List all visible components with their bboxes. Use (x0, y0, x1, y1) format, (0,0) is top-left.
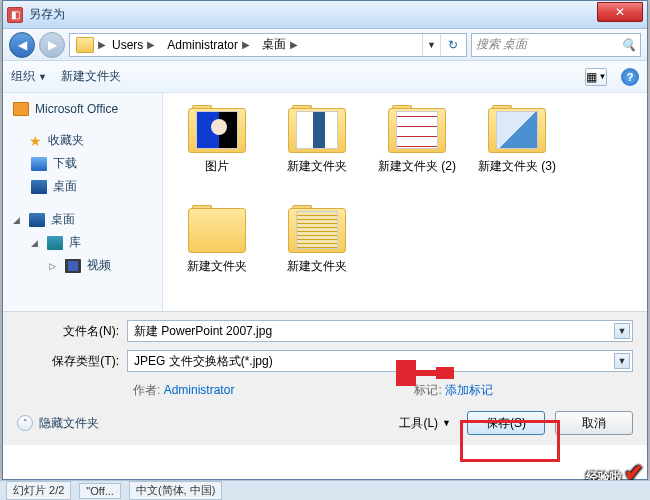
refresh-button[interactable]: ↻ (440, 34, 464, 56)
folder-item[interactable]: 图片 (167, 101, 267, 201)
close-button[interactable]: ✕ (597, 2, 643, 22)
download-icon (31, 157, 47, 171)
organize-menu[interactable]: 组织 ▼ (11, 68, 47, 85)
sidebar-ms-office[interactable]: Microsoft Office (3, 99, 162, 119)
tag-value[interactable]: 添加标记 (445, 383, 493, 397)
office-icon (13, 102, 29, 116)
sidebar-favorites[interactable]: ★收藏夹 (3, 129, 162, 152)
sidebar-downloads[interactable]: 下载 (3, 152, 162, 175)
dialog-body: Microsoft Office ★收藏夹 下载 桌面 ◢桌面 ◢库 ▷视频 图… (3, 93, 647, 311)
file-pane[interactable]: 图片 新建文件夹 新建文件夹 (2) 新建文件夹 (3) 新建文件夹 新建文件夹 (163, 93, 647, 311)
chevron-right-icon: ▶ (147, 39, 155, 50)
chevron-right-icon[interactable]: ▶ (98, 39, 106, 50)
filetype-label: 保存类型(T): (17, 353, 127, 370)
folder-item[interactable]: 新建文件夹 (2) (367, 101, 467, 201)
nav-bar: ◀ ▶ ▶ Users▶ Administrator▶ 桌面▶ ▼ ↻ 搜索 桌… (3, 29, 647, 61)
tools-menu[interactable]: 工具(L) ▼ (393, 415, 457, 432)
breadcrumb-desktop[interactable]: 桌面▶ (256, 34, 304, 56)
search-placeholder: 搜索 桌面 (476, 36, 527, 53)
taskbar: 幻灯片 2/2 "Off... 中文(简体, 中国) (0, 480, 650, 500)
view-options-button[interactable]: ▦▼ (585, 68, 607, 86)
sidebar-videos[interactable]: ▷视频 (3, 254, 162, 277)
folder-item[interactable]: 新建文件夹 (267, 101, 367, 201)
chevron-down-icon: ◢ (13, 215, 23, 225)
filename-input[interactable]: 新建 PowerPoint 2007.jpg▼ (127, 320, 633, 342)
cancel-button[interactable]: 取消 (555, 411, 633, 435)
taskbar-item[interactable]: 中文(简体, 中国) (129, 481, 222, 500)
toolbar: 组织 ▼ 新建文件夹 ▦▼ ? (3, 61, 647, 93)
folder-item[interactable]: 新建文件夹 (167, 201, 267, 301)
save-as-dialog: ◧ 另存为 ✕ ◀ ▶ ▶ Users▶ Administrator▶ 桌面▶ … (2, 0, 648, 480)
chevron-right-icon: ▷ (49, 261, 59, 271)
filename-label: 文件名(N): (17, 323, 127, 340)
sidebar-desktop[interactable]: ◢桌面 (3, 208, 162, 231)
library-icon (47, 236, 63, 250)
author-label: 作者: (133, 383, 160, 397)
chevron-up-icon: ˄ (17, 415, 33, 431)
save-button[interactable]: 保存(S) (467, 411, 545, 435)
help-button[interactable]: ? (621, 68, 639, 86)
breadcrumb-users[interactable]: Users▶ (106, 34, 161, 56)
filetype-select[interactable]: JPEG 文件交换格式(*.jpg)▼ (127, 350, 633, 372)
chevron-right-icon: ▶ (290, 39, 298, 50)
author-value[interactable]: Administrator (164, 383, 235, 397)
new-folder-button[interactable]: 新建文件夹 (61, 68, 121, 85)
breadcrumb-dropdown[interactable]: ▼ (422, 34, 440, 56)
back-button[interactable]: ◀ (9, 32, 35, 58)
desktop-icon (31, 180, 47, 194)
dropdown-icon[interactable]: ▼ (614, 323, 630, 339)
taskbar-item[interactable]: 幻灯片 2/2 (6, 481, 71, 500)
app-icon: ◧ (7, 7, 23, 23)
hide-folders-toggle[interactable]: ˄隐藏文件夹 (17, 415, 99, 432)
video-icon (65, 259, 81, 273)
tag-label: 标记: (414, 383, 441, 397)
desktop-icon (29, 213, 45, 227)
folder-item[interactable]: 新建文件夹 (267, 201, 367, 301)
bottom-panel: 文件名(N): 新建 PowerPoint 2007.jpg▼ 保存类型(T):… (3, 311, 647, 445)
chevron-down-icon: ◢ (31, 238, 41, 248)
star-icon: ★ (29, 133, 42, 149)
sidebar: Microsoft Office ★收藏夹 下载 桌面 ◢桌面 ◢库 ▷视频 (3, 93, 163, 311)
titlebar[interactable]: ◧ 另存为 ✕ (3, 1, 647, 29)
window-title: 另存为 (29, 6, 597, 23)
taskbar-item[interactable]: "Off... (79, 483, 121, 499)
sidebar-desktop-fav[interactable]: 桌面 (3, 175, 162, 198)
folder-icon (76, 37, 94, 53)
breadcrumb[interactable]: ▶ Users▶ Administrator▶ 桌面▶ ▼ ↻ (69, 33, 467, 57)
breadcrumb-administrator[interactable]: Administrator▶ (161, 34, 256, 56)
forward-button[interactable]: ▶ (39, 32, 65, 58)
search-icon: 🔍 (621, 38, 636, 52)
chevron-right-icon: ▶ (242, 39, 250, 50)
folder-item[interactable]: 新建文件夹 (3) (467, 101, 567, 201)
sidebar-libraries[interactable]: ◢库 (3, 231, 162, 254)
search-input[interactable]: 搜索 桌面 🔍 (471, 33, 641, 57)
dropdown-icon[interactable]: ▼ (614, 353, 630, 369)
